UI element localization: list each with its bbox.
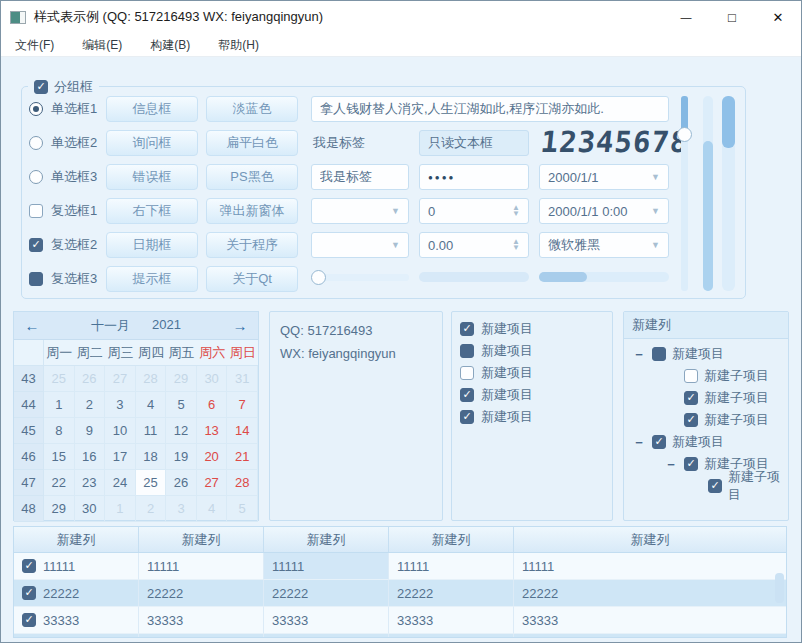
chevron-down-icon[interactable]: ▼	[651, 206, 660, 216]
push-button[interactable]: 关于程序	[206, 232, 298, 258]
table-cell[interactable]: 22222	[264, 580, 389, 607]
calendar-day-cell[interactable]: 5	[166, 392, 197, 418]
table-cell[interactable]: 22222	[514, 580, 786, 607]
datetime-edit[interactable]: 2000/1/1 0:00 ▼	[539, 198, 669, 224]
date-edit[interactable]: 2000/1/1 ▼	[539, 164, 669, 190]
table-row[interactable]: 22222 22222 22222 22222 22222	[14, 580, 786, 607]
calendar-day-cell[interactable]: 5	[227, 496, 258, 522]
horizontal-slider-handle[interactable]	[311, 270, 326, 285]
spinner-arrows-icon[interactable]: ▲▼	[512, 239, 520, 251]
table-cell[interactable]: 11111	[389, 553, 514, 580]
checkbox-icon[interactable]	[684, 457, 698, 471]
radio-icon[interactable]	[29, 136, 43, 150]
calendar-day-cell[interactable]: 24	[105, 470, 136, 496]
table-column-header[interactable]: 新建列	[14, 527, 139, 552]
checkbox-icon[interactable]	[460, 366, 474, 380]
calendar-day-cell[interactable]: 19	[166, 444, 197, 470]
menu-item[interactable]: 构建(B)	[136, 33, 204, 57]
calendar-day-cell[interactable]: 26	[75, 366, 106, 392]
list-item[interactable]: 新建项目	[460, 340, 604, 362]
checkbox-option[interactable]: 复选框1	[29, 198, 97, 224]
push-button[interactable]: PS黑色	[206, 164, 298, 190]
table-cell[interactable]: 11111	[514, 553, 786, 580]
checkbox-icon[interactable]	[684, 413, 698, 427]
prev-month-icon[interactable]: ←	[14, 317, 50, 334]
next-month-icon[interactable]: →	[222, 317, 258, 334]
calendar-day-cell[interactable]: 2	[136, 496, 167, 522]
table-cell[interactable]: 33333	[514, 607, 786, 634]
calendar-day-cell[interactable]: 13	[197, 418, 228, 444]
spinner-arrows-icon[interactable]: ▲▼	[512, 205, 520, 217]
push-button[interactable]: 淡蓝色	[206, 96, 298, 122]
radio-icon[interactable]	[29, 170, 43, 184]
radio-option[interactable]: 单选框3	[29, 164, 97, 190]
tree-item[interactable]: − 新建项目	[624, 431, 788, 453]
checkbox-icon[interactable]	[29, 238, 43, 252]
calendar-day-cell[interactable]: 21	[227, 444, 258, 470]
checkbox-icon[interactable]	[22, 559, 36, 573]
calendar-day-cell[interactable]: 25	[136, 470, 167, 496]
push-button[interactable]: 错误框	[106, 164, 198, 190]
chevron-down-icon[interactable]: ▼	[651, 240, 660, 250]
radio-icon[interactable]	[29, 102, 43, 116]
calendar-day-cell[interactable]: 15	[44, 444, 75, 470]
checkbox-option[interactable]: 复选框3	[29, 266, 97, 292]
table-row[interactable]: 11111 11111 11111 11111 11111	[14, 553, 786, 580]
calendar-day-cell[interactable]: 29	[166, 366, 197, 392]
table-cell[interactable]: 22222	[139, 580, 264, 607]
table-cell[interactable]: 33333	[139, 607, 264, 634]
calendar-day-cell[interactable]: 31	[227, 366, 258, 392]
table-cell[interactable]: 22222	[389, 580, 514, 607]
horizontal-bar[interactable]	[419, 272, 529, 282]
push-button[interactable]: 信息框	[106, 96, 198, 122]
push-button[interactable]: 提示框	[106, 266, 198, 292]
password-input[interactable]: ●●●●	[419, 164, 529, 190]
calendar-day-cell[interactable]: 28	[136, 366, 167, 392]
checkbox-icon[interactable]	[460, 322, 474, 336]
table-row[interactable]: 44444 44444 44444 44444 44444	[14, 634, 786, 638]
table-column-header[interactable]: 新建列	[389, 527, 514, 552]
calendar-day-cell[interactable]: 20	[197, 444, 228, 470]
calendar-day-cell[interactable]: 1	[105, 496, 136, 522]
list-item[interactable]: 新建项目	[460, 318, 604, 340]
menu-item[interactable]: 文件(F)	[1, 33, 68, 57]
calendar-day-cell[interactable]: 3	[105, 392, 136, 418]
table-cell[interactable]: 11111	[14, 553, 139, 580]
chevron-down-icon[interactable]: ▼	[391, 206, 400, 216]
calendar-day-cell[interactable]: 10	[105, 418, 136, 444]
checkbox-icon[interactable]	[22, 586, 36, 600]
font-combo-box[interactable]: 微软雅黑 ▼	[539, 232, 669, 258]
calendar-day-cell[interactable]: 30	[75, 496, 106, 522]
close-button[interactable]: ✕	[755, 1, 801, 33]
table-cell[interactable]: 11111	[139, 553, 264, 580]
checkbox-icon[interactable]	[460, 410, 474, 424]
checkbox-icon[interactable]	[684, 369, 698, 383]
calendar-day-cell[interactable]: 28	[227, 470, 258, 496]
push-button[interactable]: 询问框	[106, 130, 198, 156]
tree-item[interactable]: − 新建项目	[624, 343, 788, 365]
notes-textarea[interactable]: QQ: 517216493 WX: feiyangqingyun	[269, 311, 443, 521]
calendar-day-cell[interactable]: 7	[227, 392, 258, 418]
vertical-slider-track[interactable]	[681, 96, 688, 291]
long-text-input[interactable]	[311, 96, 669, 122]
checkbox-icon[interactable]	[708, 479, 722, 493]
table-column-header[interactable]: 新建列	[264, 527, 389, 552]
push-button[interactable]: 弹出新窗体	[206, 198, 298, 224]
calendar-day-cell[interactable]: 17	[105, 444, 136, 470]
calendar-day-cell[interactable]: 25	[44, 366, 75, 392]
calendar-day-cell[interactable]: 27	[105, 366, 136, 392]
table-cell[interactable]: 44444	[389, 634, 514, 638]
tree-item[interactable]: 新建子项目	[624, 475, 788, 497]
chevron-down-icon[interactable]: ▼	[391, 240, 400, 250]
calendar-day-cell[interactable]: 11	[136, 418, 167, 444]
table-cell[interactable]: 22222	[14, 580, 139, 607]
calendar-day-cell[interactable]: 27	[197, 470, 228, 496]
checkbox-icon[interactable]	[684, 391, 698, 405]
text-input-field[interactable]	[320, 165, 400, 189]
push-button[interactable]: 日期框	[106, 232, 198, 258]
checkbox-icon[interactable]	[22, 613, 36, 627]
calendar-year[interactable]: 2021	[152, 317, 181, 335]
checkbox-icon[interactable]	[460, 388, 474, 402]
table-cell[interactable]: 33333	[14, 607, 139, 634]
expander-icon[interactable]: −	[632, 347, 646, 362]
